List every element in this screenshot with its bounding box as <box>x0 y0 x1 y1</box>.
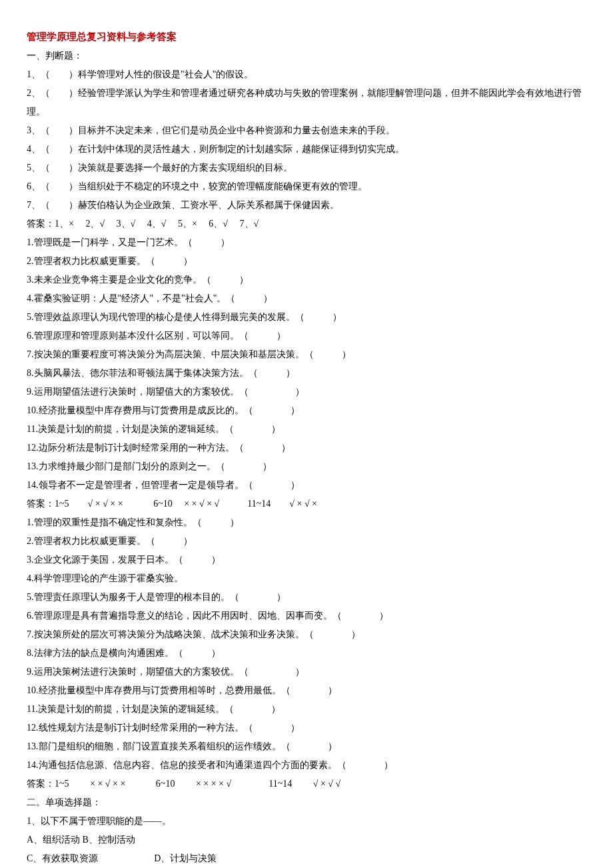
g2-q3: 3.企业文化源于美国，发展于日本。（ ） <box>27 551 586 569</box>
g1-q5: 5.管理效益原理认为现代管理的核心是使人性得到最完美的发展。（ ） <box>27 308 586 327</box>
mc-q1-ab: A、组织活动 B、控制活动 <box>27 831 586 849</box>
g2-q5: 5.管理责任原理认为服务于人是管理的根本目的。（ ） <box>27 588 586 607</box>
tf-answers: 答案：1、× 2、√ 3、√ 4、√ 5、× 6、√ 7、√ <box>27 215 586 233</box>
document-title: 管理学原理总复习资料与参考答案 <box>27 27 586 47</box>
g2-q2: 2.管理者权力比权威更重要。（ ） <box>27 532 586 551</box>
g1-q1: 1.管理既是一门科学，又是一门艺术。（ ） <box>27 233 586 252</box>
g1-q4: 4.霍桑实验证明：人是"经济人"，不是"社会人"。（ ） <box>27 289 586 308</box>
g1-q3: 3.未来企业竞争将主要是企业文化的竞争。（ ） <box>27 271 586 289</box>
tf-q2: 2、（ ）经验管理学派认为学生和管理者通过研究各种成功与失败的管理案例，就能理解… <box>27 84 586 121</box>
g2-q7: 7.按决策所处的层次可将决策分为战略决策、战术决策和业务决策。（ ） <box>27 625 586 644</box>
g1-q8: 8.头脑风暴法、德尔菲法和哥顿法属于集体决策方法。（ ） <box>27 364 586 383</box>
section-2-header: 二。单项选择题： <box>27 793 586 812</box>
g1-q6: 6.管理原理和管理原则基本没什么区别，可以等同。（ ） <box>27 327 586 345</box>
g2-answers: 答案：1~5 × × √ × × 6~10 × × × × √ 11~14 √ … <box>27 775 586 793</box>
g1-q2: 2.管理者权力比权威更重要。（ ） <box>27 252 586 271</box>
tf-q4: 4、（ ）在计划中体现的灵活性越大，则所制定的计划越实际，越能保证得到切实完成。 <box>27 140 586 159</box>
g2-q11: 11.决策是计划的前提，计划是决策的逻辑延续。（ ） <box>27 700 586 719</box>
tf-q1: 1、（ ）科学管理对人性的假设是"社会人"的假设。 <box>27 65 586 84</box>
g1-q10: 10.经济批量模型中库存费用与订货费用是成反比的。（ ） <box>27 401 586 420</box>
mc-q1-cd: C、有效获取资源 D、计划与决策 <box>27 849 586 868</box>
g1-answers: 答案：1~5 √ × √ × × 6~10 × × √ × √ 11~14 √ … <box>27 495 586 513</box>
g2-q9: 9.运用决策树法进行决策时，期望值大的方案较优。（ ） <box>27 663 586 681</box>
g2-q1: 1.管理的双重性是指不确定性和复杂性。（ ） <box>27 513 586 532</box>
g1-q9: 9.运用期望值法进行决策时，期望值大的方案较优。（ ） <box>27 383 586 401</box>
g2-q13: 13.部门是组织的细胞，部门设置直接关系着组织的运作绩效。（ ） <box>27 737 586 756</box>
g1-q13: 13.力求维持最少部门是部门划分的原则之一。（ ） <box>27 457 586 476</box>
g2-q8: 8.法律方法的缺点是横向沟通困难。（ ） <box>27 644 586 663</box>
section-1-header: 一、判断题： <box>27 47 586 65</box>
g2-q10: 10.经济批量模型中库存费用与订货费用相等时，总费用最低。（ ） <box>27 681 586 700</box>
g1-q7: 7.按决策的重要程度可将决策分为高层决策、中层决策和基层决策。（ ） <box>27 345 586 364</box>
g1-q14: 14.领导者不一定是管理者，但管理者一定是领导者。（ ） <box>27 476 586 495</box>
g2-q4: 4.科学管理理论的产生源于霍桑实验。 <box>27 569 586 588</box>
g2-q14: 14.沟通包括信息源、信息内容、信息的接受者和沟通渠道四个方面的要素。（ ） <box>27 756 586 775</box>
g1-q11: 11.决策是计划的前提，计划是决策的逻辑延续。（ ） <box>27 420 586 439</box>
tf-q6: 6、（ ）当组织处于不稳定的环境之中，较宽的管理幅度能确保更有效的管理。 <box>27 177 586 196</box>
g1-q12: 12.边际分析法是制订计划时经常采用的一种方法。（ ） <box>27 439 586 457</box>
mc-q1: 1、以下不属于管理职能的是——。 <box>27 812 586 831</box>
tf-q7: 7、（ ）赫茨伯格认为企业政策、工资水平、人际关系都属于保健因素。 <box>27 196 586 215</box>
tf-q5: 5、（ ）决策就是要选择一个最好的方案去实现组织的目标。 <box>27 159 586 177</box>
g2-q12: 12.线性规划方法是制订计划时经常采用的一种方法。（ ） <box>27 719 586 737</box>
tf-q3: 3、（ ）目标并不决定未来，但它们是动员企业中各种资源和力量去创造未来的手段。 <box>27 121 586 140</box>
g2-q6: 6.管理原理是具有普遍指导意义的结论，因此不用因时、因地、因事而变。（ ） <box>27 607 586 625</box>
